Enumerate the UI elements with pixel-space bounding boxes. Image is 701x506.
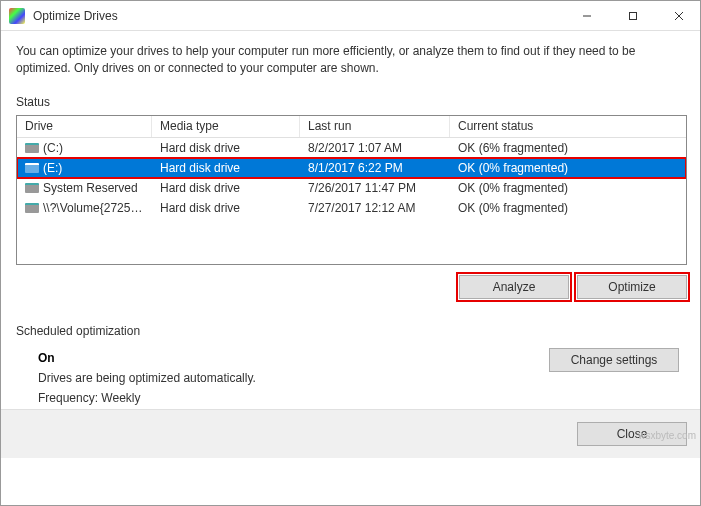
action-buttons-row: Analyze Optimize — [16, 275, 687, 299]
description-text: You can optimize your drives to help you… — [16, 43, 687, 77]
drive-icon — [25, 203, 39, 213]
scheduled-optimization-label: Scheduled optimization — [16, 324, 687, 338]
drive-icon — [25, 163, 39, 173]
schedule-block: On Drives are being optimized automatica… — [16, 348, 687, 409]
drive-name: \\?\Volume{27258... — [17, 199, 152, 217]
drive-icon — [25, 143, 39, 153]
optimize-button[interactable]: Optimize — [577, 275, 687, 299]
drive-status: OK (0% fragmented) — [450, 199, 686, 217]
app-icon — [9, 8, 25, 24]
watermark-text: wsxbyte.com — [638, 430, 696, 441]
column-header-status[interactable]: Current status — [450, 116, 686, 137]
drive-media: Hard disk drive — [152, 199, 300, 217]
close-window-button[interactable] — [656, 1, 701, 31]
drive-media: Hard disk drive — [152, 139, 300, 157]
change-settings-button[interactable]: Change settings — [549, 348, 679, 372]
drive-name: System Reserved — [17, 179, 152, 197]
drive-icon — [25, 183, 39, 193]
minimize-button[interactable] — [564, 1, 610, 31]
column-header-last-run[interactable]: Last run — [300, 116, 450, 137]
analyze-button[interactable]: Analyze — [459, 275, 569, 299]
status-label: Status — [16, 95, 687, 109]
drive-name: (C:) — [17, 139, 152, 157]
footer: Close — [1, 409, 701, 458]
drive-last-run: 7/27/2017 12:12 AM — [300, 199, 450, 217]
drive-last-run: 7/26/2017 11:47 PM — [300, 179, 450, 197]
drive-name: (E:) — [17, 159, 152, 177]
table-row[interactable]: \\?\Volume{27258... Hard disk drive 7/27… — [17, 198, 686, 218]
drive-list: Drive Media type Last run Current status… — [16, 115, 687, 265]
column-header-drive[interactable]: Drive — [17, 116, 152, 137]
schedule-state: On — [38, 348, 256, 368]
drive-media: Hard disk drive — [152, 179, 300, 197]
drive-media: Hard disk drive — [152, 159, 300, 177]
schedule-line2: Frequency: Weekly — [38, 388, 256, 408]
drive-status: OK (6% fragmented) — [450, 139, 686, 157]
schedule-line1: Drives are being optimized automatically… — [38, 368, 256, 388]
drive-last-run: 8/1/2017 6:22 PM — [300, 159, 450, 177]
window-title: Optimize Drives — [33, 9, 118, 23]
titlebar: Optimize Drives — [1, 1, 701, 31]
drive-status: OK (0% fragmented) — [450, 159, 686, 177]
table-row[interactable]: (E:) Hard disk drive 8/1/2017 6:22 PM OK… — [17, 158, 686, 178]
content-area: You can optimize your drives to help you… — [1, 31, 701, 409]
maximize-button[interactable] — [610, 1, 656, 31]
drive-last-run: 8/2/2017 1:07 AM — [300, 139, 450, 157]
table-row[interactable]: (C:) Hard disk drive 8/2/2017 1:07 AM OK… — [17, 138, 686, 158]
svg-rect-1 — [630, 12, 637, 19]
table-row[interactable]: System Reserved Hard disk drive 7/26/201… — [17, 178, 686, 198]
schedule-info: On Drives are being optimized automatica… — [38, 348, 256, 409]
drive-status: OK (0% fragmented) — [450, 179, 686, 197]
drive-list-header: Drive Media type Last run Current status — [17, 116, 686, 138]
column-header-media[interactable]: Media type — [152, 116, 300, 137]
